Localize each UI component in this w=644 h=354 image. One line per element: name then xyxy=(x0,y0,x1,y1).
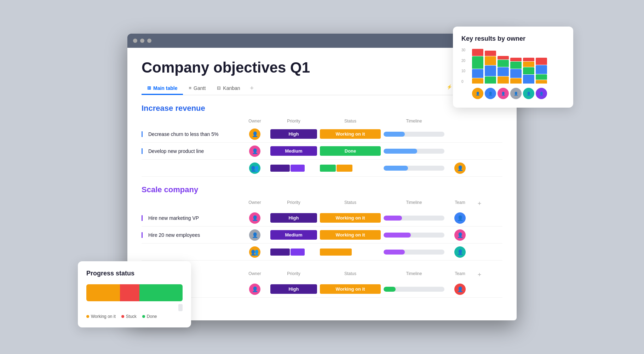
bar-seg-1-1 xyxy=(472,49,483,56)
bar-seg-5-1 xyxy=(523,58,534,61)
tab-main-table[interactable]: ⊞ Main table xyxy=(142,82,183,95)
owner-avatar-2: 👤 xyxy=(249,145,260,157)
col-header-status-2: Status xyxy=(318,200,382,207)
bar-seg-6-4 xyxy=(536,80,547,84)
row-name-product: Develop new product line xyxy=(142,148,241,154)
timeline-cell-1 xyxy=(382,132,446,137)
priority-mixed-bars-1 xyxy=(270,165,317,172)
bar-group-4 xyxy=(510,48,522,84)
tab-gantt[interactable]: ≡ Gantt xyxy=(183,82,211,95)
col-header-timeline-3: Timeline xyxy=(382,271,446,279)
col-add-3[interactable]: + xyxy=(474,271,485,279)
integrate-icon: ⚡ xyxy=(447,84,452,90)
bar-seg-4-4 xyxy=(510,78,522,84)
section-title-scale-company: Scale company xyxy=(142,185,502,194)
owner-avatar-4: 👤 xyxy=(249,229,260,241)
bar-seg-2-3 xyxy=(485,65,496,76)
legend-working: Working on it xyxy=(86,314,116,319)
mixed-team-2: 👤 xyxy=(446,246,474,258)
y-label-10: 10 xyxy=(461,69,465,73)
browser-window: ••• Company objectives Q1 ⊞ Main table ≡… xyxy=(127,34,517,320)
timeline-fill-3 xyxy=(384,216,402,221)
status-bar-green xyxy=(320,165,336,172)
chart-avatar-1: 👤 xyxy=(472,88,483,99)
y-label-0: 0 xyxy=(461,80,465,84)
legend-label-done: Done xyxy=(147,314,157,319)
status-bar-orange xyxy=(337,165,352,172)
mixed-priority-2 xyxy=(269,249,318,256)
bar-seg-2-4 xyxy=(485,76,496,84)
table-row: Develop new product line 👤 Medium Done xyxy=(142,143,502,160)
timeline-fill-5 xyxy=(384,287,396,292)
bar-seg-5-4 xyxy=(523,75,534,84)
section-3: Owner Priority Status Timeline Team + d … xyxy=(142,269,502,298)
timeline-bar-1 xyxy=(384,132,444,137)
timeline-bar-2 xyxy=(384,149,444,154)
timeline-bar-3 xyxy=(384,216,444,221)
legend-dot-done xyxy=(142,315,145,318)
bar-seg-1-4 xyxy=(472,78,483,84)
mixed-priority-1 xyxy=(269,165,318,172)
key-results-title: Key results by owner xyxy=(461,35,565,42)
legend-done: Done xyxy=(142,314,157,319)
priority-badge-medium-2: Medium xyxy=(270,230,317,240)
mixed-status-1 xyxy=(318,165,382,172)
team-avatar-1: 👤 xyxy=(454,162,466,174)
col-header-owner-3: Owner xyxy=(241,271,269,279)
chart-avatars: 👤 👤 👤 👤 👤 👤 xyxy=(461,88,565,99)
timeline-fill-1 xyxy=(384,132,405,137)
mixed-owner-avatar-2: 👥 xyxy=(249,246,260,258)
table-row-mixed-1: 👥 xyxy=(142,160,502,177)
status-cell-2: Done xyxy=(318,146,382,156)
table-row: Decrease churn to less than 5% 👤 High Wo… xyxy=(142,126,502,143)
legend-stuck: Stuck xyxy=(121,314,137,319)
timeline-cell-5 xyxy=(382,287,446,292)
timeline-bar-mixed-1 xyxy=(384,166,444,171)
row-name-employees: Hire 20 new employees xyxy=(142,232,241,238)
mixed-owner-avatar-1: 👥 xyxy=(249,162,260,174)
col-header-owner-2: Owner xyxy=(241,200,269,207)
bar-seg-1-3 xyxy=(472,69,483,78)
priority-bar-light-2 xyxy=(291,249,305,256)
chart-avatar-6: 👤 xyxy=(536,88,547,99)
bar-seg-2-1 xyxy=(485,51,496,56)
bar-seg-4-3 xyxy=(510,69,522,78)
priority-cell-1: High xyxy=(269,129,318,139)
timeline-cell-3 xyxy=(382,216,446,221)
timeline-fill-mixed-1 xyxy=(384,166,408,171)
owner-avatar-5: 👤 xyxy=(249,284,260,295)
owner-avatar-1: 👤 xyxy=(249,129,260,140)
page-title: Company objectives Q1 xyxy=(142,59,502,76)
progress-card-title: Progress status xyxy=(86,270,183,277)
status-cell-1: Working on it xyxy=(318,129,382,139)
status-mixed-bars-2 xyxy=(320,249,381,256)
avatar-cell-5: 👤 xyxy=(241,284,269,295)
timeline-bar-4 xyxy=(384,233,444,238)
key-results-card: Key results by owner 30 20 10 0 xyxy=(453,27,573,108)
y-axis-labels: 30 20 10 0 xyxy=(461,48,465,84)
browser-dot-yellow xyxy=(140,39,144,43)
col-add-2[interactable]: + xyxy=(474,200,485,207)
col-header-status: Status xyxy=(318,119,382,124)
bar-seg-3-3 xyxy=(498,67,509,76)
bar-group-5 xyxy=(523,48,534,84)
tab-kanban[interactable]: ⊟ Kanban xyxy=(211,82,246,95)
bar-group-1 xyxy=(472,48,483,84)
tab-add-button[interactable]: + xyxy=(246,82,258,95)
bar-seg-3-2 xyxy=(498,60,509,67)
priority-cell-5: High xyxy=(269,284,318,294)
progress-status-card: Progress status Working on it Stuck xyxy=(78,261,191,327)
priority-cell-3: High xyxy=(269,213,318,223)
bar-seg-1-2 xyxy=(472,56,483,69)
col-header-priority-2: Priority xyxy=(269,200,318,207)
bar-seg-3-1 xyxy=(498,56,509,59)
priority-badge-high: High xyxy=(270,129,317,139)
bar-seg-4-2 xyxy=(510,62,522,69)
table-row-mixed-2: 👥 xyxy=(142,244,502,261)
bar-group-3 xyxy=(498,48,509,84)
legend-label-stuck: Stuck xyxy=(126,314,137,319)
section-title-increase-revenue: Increase revenue xyxy=(142,104,502,113)
section-scale-company: Scale company Owner Priority Status Time… xyxy=(142,185,502,261)
table-row: Hire 20 new employees 👤 Medium Working o… xyxy=(142,227,502,244)
bar-seg-2-2 xyxy=(485,56,496,65)
